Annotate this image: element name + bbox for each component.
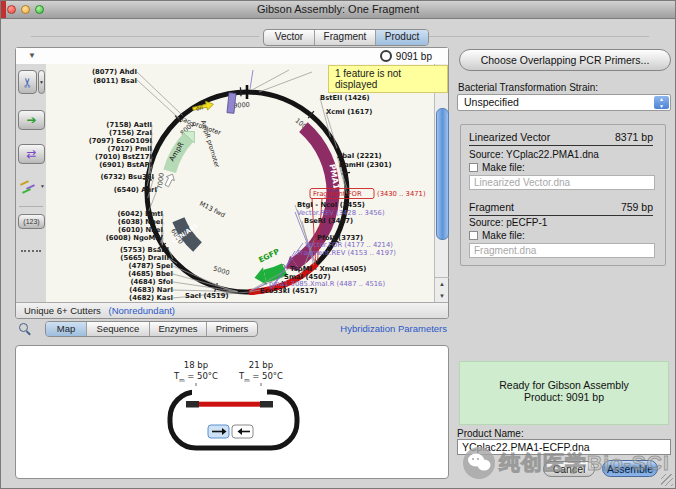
primer-label-fragment-rev[interactable]: Fragment.REV (4153 .. 4197)	[297, 249, 396, 257]
map-vertical-scrollbar[interactable]: ▲▼	[434, 64, 448, 304]
primer-label-pma1-xmai[interactable]: pma1.3085.XmaI.R (4487 .. 4516)	[269, 280, 385, 288]
strain-label: Bacterial Transformation Strain:	[458, 82, 598, 93]
enzyme-label[interactable]: (4684) SfoI	[130, 278, 173, 286]
divider-line-left	[31, 36, 259, 37]
feature-m13-fwd-label[interactable]: M13 fwd	[198, 200, 226, 220]
strain-dropdown[interactable]: Unspecified ▲▼	[457, 94, 671, 111]
enzyme-label[interactable]: XcmI (1617)	[326, 108, 372, 116]
gibson-assembly-window: Gibson Assembly: One Fragment Vector Fra…	[0, 0, 676, 489]
nonredundant-link[interactable]: (Nonredundant)	[108, 305, 175, 316]
enzyme-label[interactable]: (6008) NgoMIV	[106, 234, 164, 242]
cutters-status-bar: Unique 6+ Cutters (Nonredundant)	[16, 302, 448, 318]
vector-size: 8371 bp	[615, 131, 653, 143]
circular-dna-icon	[380, 50, 392, 62]
tab-map[interactable]: Map	[46, 322, 87, 336]
enzyme-label[interactable]: (8011) BsaI	[93, 77, 137, 85]
enzyme-label[interactable]: (5753) BsaBI	[120, 246, 169, 254]
components-groupbox: Linearized Vector 8371 bp Source: YCplac…	[460, 124, 666, 266]
enzyme-label[interactable]: BamHI (2301)	[339, 161, 392, 169]
tab-enzymes[interactable]: Enzymes	[150, 322, 207, 336]
enzyme-label[interactable]: BseRI (3487)	[304, 217, 353, 225]
enzyme-label[interactable]: Eco53kI (4517)	[260, 287, 317, 295]
primer-label-vector-rev[interactable]: Vector.REV (3428 .. 3456)	[297, 209, 385, 217]
show-enzymes-button[interactable]: ✂	[18, 70, 37, 94]
plasmid-map-canvas: 1000 2000 3000 4000 5000 6000 7000 8000 …	[46, 64, 436, 304]
ready-status-box: Ready for Gibson Assembly Product: 9091 …	[459, 361, 669, 425]
scrollbar-arrows[interactable]: ▲▼	[435, 277, 449, 304]
fragment-make-file-checkbox[interactable]	[469, 231, 478, 240]
enzyme-label[interactable]: (8077) AhdI	[92, 68, 137, 76]
stage-tabs: Vector Fragment Product	[263, 29, 429, 46]
vector-header: Linearized Vector 8371 bp	[469, 131, 653, 146]
enzyme-label[interactable]: (6732) Bsu36I	[100, 173, 154, 181]
search-icon[interactable]	[19, 323, 28, 332]
primer-arrows-icon: ⇄	[26, 147, 36, 161]
enzyme-label[interactable]: TspMI - XmaI (4505)	[290, 265, 366, 273]
scissors-icon: ✂	[20, 77, 35, 88]
enzyme-label[interactable]: SacI (4519)	[185, 292, 229, 300]
enzyme-label[interactable]: (4682) KasI	[129, 294, 173, 302]
enzyme-label[interactable]: (4685) BbeI	[128, 270, 173, 278]
show-orfs-button[interactable]: (123)	[18, 214, 45, 229]
reverse-primer-button[interactable]	[232, 425, 253, 438]
right-overlap-tm: Tm = 50°C	[238, 371, 283, 383]
enzyme-label[interactable]: XbaI (2221)	[337, 152, 382, 160]
divider-line-right	[429, 36, 649, 37]
svg-text:9000: 9000	[233, 101, 250, 110]
enzyme-label[interactable]: (7017) PmlI	[108, 145, 152, 153]
ruler-icon[interactable]	[21, 250, 41, 252]
primer-diagram-panel: 18 bp Tm = 50°C 21 bp Tm = 50°C	[15, 345, 449, 479]
fragment-file-input[interactable]	[469, 243, 655, 258]
show-translations-icon[interactable]	[20, 180, 40, 194]
enzyme-label[interactable]: (5665) DraIII	[120, 254, 169, 262]
vector-source: Source: YCplac22.PMA1.dna	[469, 149, 599, 160]
left-overlap-length: 18 bp	[184, 360, 208, 370]
enzyme-label[interactable]: (4683) NarI	[129, 286, 173, 294]
primer-label-vector-for[interactable]: Vector.FOR (4177 .. 4214)	[305, 241, 393, 249]
left-overlap-tm: Tm = 50°C	[173, 371, 218, 383]
enzyme-label[interactable]: (7156) ZraI	[109, 129, 152, 137]
view-tab-group: Map Sequence Enzymes Primers	[45, 321, 258, 337]
enzyme-label[interactable]: (6038) NheI	[118, 218, 163, 226]
primer-label-fragment-for[interactable]: Fragment.FOR	[313, 190, 362, 198]
enzyme-label[interactable]: BstEII (1426)	[320, 94, 370, 102]
toolbar-divider	[19, 206, 43, 207]
tab-sequence[interactable]: Sequence	[87, 322, 150, 336]
svg-text:7000: 7000	[156, 172, 166, 189]
fragment-title: Fragment	[469, 201, 514, 213]
enzyme-label[interactable]: (6042) BmtI	[117, 210, 163, 218]
enzyme-label[interactable]: (4787) SpeI	[129, 262, 173, 270]
enzyme-label[interactable]: (7097) EcoO109I	[89, 137, 152, 145]
map-toolbar: ✂ ▼ ➔ ⇄ ▼ (123)	[16, 64, 47, 302]
choose-primers-button[interactable]: Choose Overlapping PCR Primers...	[459, 49, 671, 71]
scrollbar-thumb[interactable]	[436, 108, 449, 240]
tab-product[interactable]: Product	[376, 30, 428, 45]
tab-vector[interactable]: Vector	[264, 30, 315, 45]
primer-diagram-svg: 18 bp Tm = 50°C 21 bp Tm = 50°C	[16, 346, 448, 478]
hidden-feature-banner: 1 feature is not displayed	[328, 65, 448, 93]
ready-line2: Product: 9091 bp	[460, 391, 668, 403]
enzymes-dropdown-arrow[interactable]: ▼	[38, 70, 45, 94]
show-features-button[interactable]: ➔	[18, 110, 45, 130]
vector-make-file-label: Make file:	[482, 162, 525, 173]
product-name-label: Product Name:	[457, 428, 524, 439]
vector-file-input[interactable]	[469, 175, 655, 190]
enzyme-label[interactable]: (7010) BstZ17I	[95, 153, 152, 161]
tab-fragment[interactable]: Fragment	[315, 30, 376, 45]
left-overlap-cap	[186, 401, 199, 408]
show-primers-button[interactable]: ⇄	[18, 144, 45, 164]
vector-make-file-checkbox[interactable]	[469, 163, 478, 172]
enzyme-label[interactable]: (6010) NaeI	[118, 226, 163, 234]
hybridization-parameters-link[interactable]: Hybridization Parameters	[340, 323, 447, 334]
enzyme-label[interactable]: BtgI - NcoI (3455)	[297, 201, 365, 209]
tab-primers[interactable]: Primers	[207, 322, 257, 336]
chevron-down-icon[interactable]: ▼	[28, 51, 36, 60]
cutters-status-text: Unique 6+ Cutters	[24, 305, 101, 316]
forward-primer-button[interactable]	[208, 425, 229, 438]
translations-dropdown-arrow[interactable]: ▼	[40, 183, 45, 189]
enzyme-label[interactable]: (6540) AarI	[114, 186, 157, 194]
enzyme-label[interactable]: (6901) BstAPI	[99, 161, 152, 169]
enzyme-label[interactable]: (7158) AatII	[106, 121, 152, 129]
feature-egfp-label[interactable]: EGFP	[257, 247, 281, 265]
ready-line1: Ready for Gibson Assembly	[460, 379, 668, 391]
